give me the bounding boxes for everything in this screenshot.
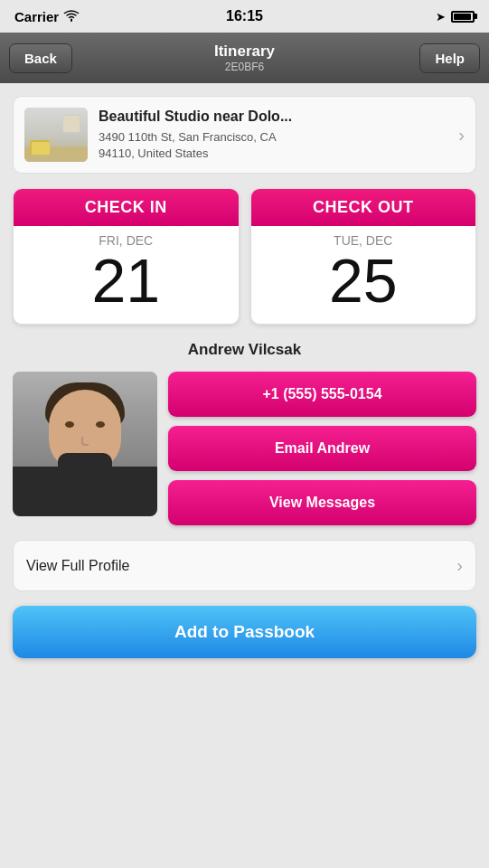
host-name: Andrew Vilcsak [13,341,476,359]
arrow-direction-icon: ➤ [436,10,446,24]
view-full-profile-row[interactable]: View Full Profile › [13,540,476,591]
call-button[interactable]: +1 (555) 555-0154 [168,372,476,417]
property-image [24,108,88,162]
nav-bar: Back Itinerary 2E0BF6 Help [0,33,489,83]
wifi-icon [63,9,80,24]
add-to-passbook-button[interactable]: Add to Passbook [13,606,476,658]
nav-title-sub: 2E0BF6 [214,61,275,73]
property-address-line1: 3490 110th St, San Francisco, CA [99,129,447,146]
host-photo-inner [13,372,157,516]
check-out-day-num: 25 [251,250,476,311]
check-out-header: Check Out [251,189,476,226]
carrier-label: Carrier [14,9,59,24]
chevron-right-icon: › [458,125,465,146]
help-button[interactable]: Help [419,43,480,73]
host-photo [13,372,157,516]
messages-button[interactable]: View Messages [168,480,476,525]
property-card[interactable]: Beautiful Studio near Dolo... 3490 110th… [13,96,476,174]
property-info: Beautiful Studio near Dolo... 3490 110th… [99,108,447,162]
property-address-line2: 94110, United States [99,146,447,162]
check-in-day-num: 21 [14,250,239,311]
host-row: +1 (555) 555-0154 Email Andrew View Mess… [13,372,476,525]
main-content: Beautiful Studio near Dolo... 3490 110th… [0,83,489,671]
check-in-header: Check In [14,189,239,226]
calendar-row: Check In FRI, DEC 21 Check Out TUE, DEC … [13,188,476,325]
battery-icon [451,11,475,23]
nav-title: Itinerary 2E0BF6 [214,42,275,74]
status-right-icons: ➤ [436,10,475,24]
face-shirt [13,467,157,516]
host-actions: +1 (555) 555-0154 Email Andrew View Mess… [168,372,476,525]
check-in-card[interactable]: Check In FRI, DEC 21 [13,188,240,325]
property-thumbnail [24,108,88,162]
check-out-body: TUE, DEC 25 [251,226,476,324]
email-button[interactable]: Email Andrew [168,426,476,471]
property-name: Beautiful Studio near Dolo... [99,108,447,127]
carrier-info: Carrier [14,9,80,24]
nav-title-main: Itinerary [214,42,275,61]
check-out-card[interactable]: Check Out TUE, DEC 25 [250,188,477,325]
back-button[interactable]: Back [9,43,72,73]
view-full-profile-label: View Full Profile [26,558,129,574]
status-time: 16:15 [226,8,263,24]
profile-chevron-right-icon: › [456,555,463,576]
status-bar: Carrier 16:15 ➤ [0,0,489,33]
check-in-body: FRI, DEC 21 [14,226,239,324]
